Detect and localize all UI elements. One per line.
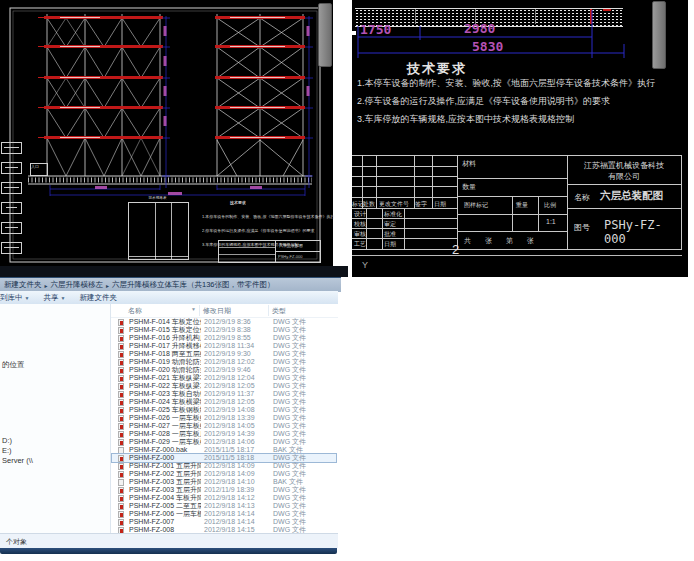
toolbar-button-到库中[interactable]: 到库中▼ bbox=[0, 293, 29, 303]
title-block: 江苏福置机械设备科技 有限公司 名称 六层总装配图 图号 PSHy-FZ-000… bbox=[352, 155, 682, 250]
file-row[interactable]: PSHM-F-022 车板纵梁左组合图2012/9/18 12:05DWG 文件 bbox=[112, 382, 336, 390]
file-row[interactable]: PSHM-F-024 车板横梁组合图2012/9/18 12:05DWG 文件 bbox=[112, 398, 336, 406]
dwg-file-icon bbox=[118, 471, 124, 478]
breadcrumb-item[interactable]: 新建文件夹 bbox=[4, 280, 42, 290]
bak-file-icon bbox=[118, 447, 124, 454]
dwg-file-icon bbox=[118, 503, 124, 510]
dwg-file-icon bbox=[118, 463, 124, 470]
file-row[interactable]: PSHM-FZ-004 车板升降横移库装配示...2012/9/18 14:12… bbox=[112, 494, 336, 502]
toolbar-button-新建文件夹[interactable]: 新建文件夹 bbox=[79, 293, 117, 303]
file-row[interactable]: PSHM-FZ-001 五层升降横移车库钢架...2012/9/18 14:09… bbox=[112, 462, 336, 470]
file-type: DWG 文件 bbox=[273, 486, 333, 494]
dimension-lines bbox=[352, 0, 688, 70]
file-type: BAK 文件 bbox=[273, 478, 333, 486]
role-label: 批准 bbox=[384, 230, 396, 239]
file-date: 2012/9/18 14:14 bbox=[204, 518, 268, 526]
file-row[interactable]: PSHM-F-027 一层车板纵梁左组合图2012/9/18 14:05DWG … bbox=[112, 422, 336, 430]
file-date: 2012/9/19 8:36 bbox=[204, 318, 268, 326]
breadcrumb-item[interactable]: 六层升降横移左 bbox=[51, 280, 104, 290]
file-name: PSHM-FZ-000.bak bbox=[129, 446, 201, 454]
column-header-name[interactable]: 名称 bbox=[128, 306, 142, 316]
breadcrumb: 新建文件夹▸六层升降横移左▸六层升降横移立体车库（共136张图，带零件图） bbox=[0, 277, 341, 292]
column-header-type[interactable]: 类型 bbox=[272, 306, 286, 316]
status-text: 个对象 bbox=[6, 538, 27, 545]
file-list-pane: 名称 ▼ 修改日期 类型 PSHM-F-014 车板定位停泊自动锁器锁头...2… bbox=[111, 304, 338, 533]
file-date: 2012/9/18 14:09 bbox=[204, 462, 268, 470]
drawing-no-label: 图号 bbox=[574, 222, 590, 233]
file-date: 2012/9/18 12:04 bbox=[204, 374, 268, 382]
file-row[interactable]: PSHM-F-021 车板纵梁右组合图2012/9/18 12:04DWG 文件 bbox=[112, 374, 336, 382]
file-name: PSHM-FZ-002 五层升降横移车库钢架... bbox=[129, 470, 201, 478]
sidebar-item[interactable]: Server (\\ bbox=[2, 456, 33, 465]
file-row[interactable]: PSHM-F-015 车板定位停泊自动锁器锁头...2012/9/19 8:38… bbox=[112, 326, 336, 334]
file-name: PSHM-F-022 车板纵梁左组合图 bbox=[129, 382, 201, 390]
spec-table-title: 技术规格表 bbox=[128, 195, 187, 201]
file-row[interactable]: PSHM-FZ-003 五层升降横移车库钢架...2012/11/9 18:39… bbox=[112, 486, 336, 494]
file-row[interactable]: PSHM-F-017 升降横移机构前横梁组合图2012/9/18 11:34DW… bbox=[112, 342, 336, 350]
file-row[interactable]: PSHM-F-019 动滑轮防尘罩连接器组合...2012/9/18 12:02… bbox=[112, 358, 336, 366]
breadcrumb-separator-icon: ▸ bbox=[106, 282, 109, 289]
file-type: DWG 文件 bbox=[273, 358, 333, 366]
file-row[interactable]: PSHM-FZ-003 五层升降横移车库钢架...2012/9/18 14:10… bbox=[112, 478, 336, 486]
file-explorer-window: 新建文件夹▸六层升降横移左▸六层升降横移立体车库（共136张图，带零件图） 到库… bbox=[0, 277, 338, 554]
dwg-file-icon bbox=[118, 439, 124, 446]
navigation-pane: 的位置D:)E:)Server (\\ bbox=[0, 304, 111, 533]
file-row[interactable]: PSHM-F-023 车板自动锁钩爪定位器组合图2012/9/19 11:37D… bbox=[112, 390, 336, 398]
file-date: 2012/9/18 14:10 bbox=[204, 478, 268, 486]
tech-requirements: 1.本停车设备的制作、安装、验收,按《地面六层型停车设备技术条件》执行 2.停车… bbox=[357, 77, 682, 126]
file-row[interactable]: PSHM-F-029 一层车板横移轨道方管组...2012/9/18 14:06… bbox=[112, 438, 336, 446]
dwg-file-icon bbox=[118, 415, 124, 422]
file-type: DWG 文件 bbox=[273, 366, 333, 374]
file-row[interactable]: PSHM-FZ-000.bak2015/11/5 18:17BAK 文件 bbox=[112, 446, 336, 454]
file-name: PSHM-FZ-008 bbox=[129, 526, 201, 533]
sidebar-item[interactable]: D:) bbox=[2, 436, 12, 445]
file-date: 2012/9/19 14:08 bbox=[204, 406, 268, 414]
file-row[interactable]: PSHM-F-020 动滑轮防尘罩连接器组合...2012/9/19 9:46D… bbox=[112, 366, 336, 374]
file-date: 2012/9/18 13:39 bbox=[204, 414, 268, 422]
drawing-name-label: 名称 bbox=[574, 192, 590, 203]
drawing-no-value: PSHy-FZ-000 bbox=[604, 218, 681, 246]
file-row[interactable]: PSHM-FZ-0002015/11/5 18:18DWG 文件 bbox=[112, 454, 336, 462]
mark-label: 图样标记 bbox=[464, 201, 488, 210]
file-row[interactable]: PSHM-FZ-005 二至五层车板装配示意图2012/9/18 14:13DW… bbox=[112, 502, 336, 510]
file-row[interactable]: PSHM-F-016 升降机构后横梁组合图2012/9/19 8:55DWG 文… bbox=[112, 334, 336, 342]
file-name: PSHM-F-021 车板纵梁右组合图 bbox=[129, 374, 201, 382]
file-type: DWG 文件 bbox=[273, 502, 333, 510]
dwg-file-icon bbox=[118, 367, 124, 374]
file-row[interactable]: PSHM-F-026 一层车板纵梁右组合图2012/9/18 13:39DWG … bbox=[112, 414, 336, 422]
file-row[interactable]: PSHM-FZ-0072012/9/18 14:14DWG 文件 bbox=[112, 518, 336, 526]
entrance-label-box: 入口 bbox=[30, 163, 48, 176]
file-row[interactable]: PSHM-F-025 车板钢板组合图2012/9/19 14:08DWG 文件 bbox=[112, 406, 336, 414]
file-name: PSHM-F-015 车板定位停泊自动锁器锁头... bbox=[129, 326, 201, 334]
file-row[interactable]: PSHM-F-018 两至五层纵梁组合图右2012/9/19 9:30DWG 文… bbox=[112, 350, 336, 358]
toolbar-button-共享[interactable]: 共享▼ bbox=[43, 293, 65, 303]
dwg-file-icon bbox=[118, 487, 124, 494]
dwg-file-icon bbox=[118, 519, 124, 526]
file-type: DWG 文件 bbox=[273, 326, 333, 334]
role-label: 审定 bbox=[384, 220, 396, 229]
material-label: 材料 bbox=[462, 159, 476, 169]
file-row[interactable]: PSHM-FZ-006 一层车板装配示意图2012/9/18 14:14DWG … bbox=[112, 510, 336, 518]
file-date: 2015/11/5 18:18 bbox=[204, 454, 268, 462]
file-name: PSHM-FZ-007 bbox=[129, 518, 201, 526]
sidebar-item[interactable]: E:) bbox=[2, 446, 12, 455]
revision-box bbox=[1, 202, 22, 214]
file-type: DWG 文件 bbox=[273, 462, 333, 470]
file-row[interactable]: PSHM-F-014 车板定位停泊自动锁器锁头...2012/9/19 8:36… bbox=[112, 318, 336, 326]
file-date: 2012/9/19 14:39 bbox=[204, 430, 268, 438]
column-header-date[interactable]: 修改日期 bbox=[203, 306, 231, 316]
filter-arrow-icon[interactable]: ▼ bbox=[191, 306, 196, 312]
right-cad-scrollbar[interactable] bbox=[652, 1, 666, 69]
file-type: DWG 文件 bbox=[273, 390, 333, 398]
file-row[interactable]: PSHM-F-028 一层车板后横梁挡车器组...2012/9/19 14:39… bbox=[112, 430, 336, 438]
file-row[interactable]: PSHM-FZ-0082012/9/18 14:15DWG 文件 bbox=[112, 526, 336, 533]
dwg-file-icon bbox=[118, 399, 124, 406]
left-cad-scrollbar[interactable] bbox=[318, 3, 332, 67]
file-date: 2012/9/18 14:05 bbox=[204, 422, 268, 430]
scale-label: 比例 bbox=[544, 201, 556, 210]
sidebar-item[interactable]: 的位置 bbox=[2, 360, 25, 370]
file-name: PSHM-FZ-005 二至五层车板装配示意图 bbox=[129, 502, 201, 510]
breadcrumb-item[interactable]: 六层升降横移立体车库（共136张图，带零件图） bbox=[112, 280, 275, 290]
file-row[interactable]: PSHM-FZ-002 五层升降横移车库钢架...2012/9/18 14:09… bbox=[112, 470, 336, 478]
file-name: PSHM-FZ-003 五层升降横移车库钢架... bbox=[129, 486, 201, 494]
